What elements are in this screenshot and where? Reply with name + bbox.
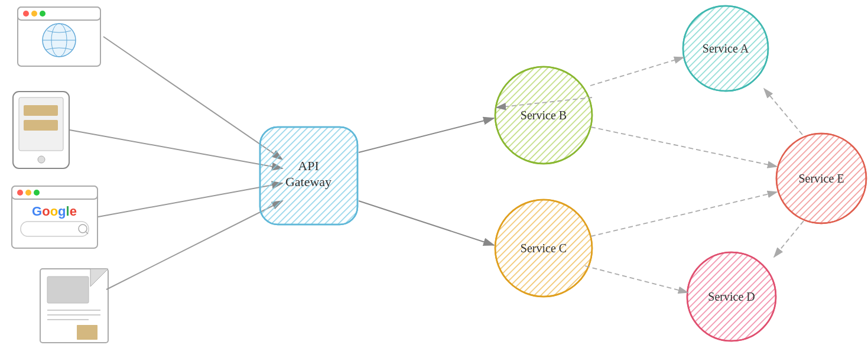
svg-rect-19 [24,105,58,116]
arrow-serviceB-to-serviceE [591,127,777,167]
service-e: Service E [776,134,866,223]
svg-rect-20 [24,120,58,131]
svg-rect-23 [12,186,97,199]
api-gateway: API Gateway [260,127,357,225]
svg-point-25 [25,190,31,196]
service-b-label: Service B [521,109,567,122]
service-a-label: Service A [703,42,749,55]
svg-rect-10 [18,7,100,20]
arrow-serviceC-to-serviceE [591,192,777,236]
client-tablet [13,92,69,168]
arrow-tablet-to-gateway [70,130,282,168]
client-browser [18,7,100,66]
service-b: Service B [495,67,592,164]
service-c: Service C [495,200,592,297]
arrow-google-to-gateway [98,183,282,217]
svg-point-13 [40,11,45,17]
svg-point-26 [34,190,40,196]
client-google-browser: Google [12,186,97,248]
arrow-serviceE-to-serviceA [764,89,802,135]
service-e-label: Service E [798,172,844,185]
arrow-serviceC-to-serviceD [585,266,688,292]
architecture-diagram: Google API Gateway [0,0,868,348]
gateway-label-line1: API [298,158,318,173]
service-d: Service D [687,252,776,341]
svg-text:Google: Google [32,204,77,219]
client-document [40,269,108,343]
svg-point-21 [38,156,45,163]
svg-rect-33 [47,277,89,303]
arrow-serviceB-to-serviceA [590,57,684,86]
svg-rect-37 [77,325,97,340]
service-a: Service A [683,6,768,91]
arrow-serviceE-to-serviceD [774,221,804,257]
arrow-gateway-to-serviceB [359,118,494,152]
svg-point-12 [31,11,37,17]
service-c-label: Service C [521,242,567,255]
svg-point-24 [17,190,23,196]
service-d-label: Service D [708,290,755,303]
svg-point-11 [23,11,29,17]
arrow-gateway-to-serviceC [359,201,494,245]
gateway-label-line2: Gateway [285,174,331,189]
arrow-document-to-gateway [106,201,282,290]
